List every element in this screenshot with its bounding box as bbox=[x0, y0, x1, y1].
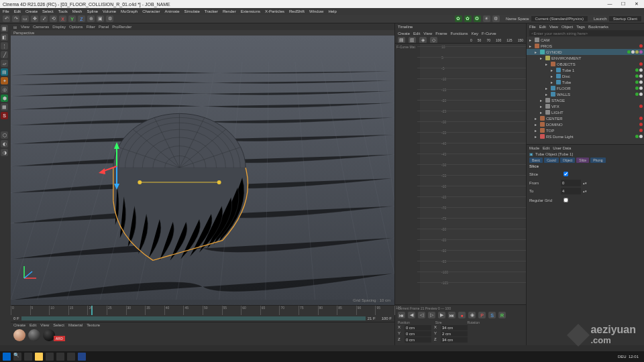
menu-create[interactable]: Create bbox=[25, 9, 38, 13]
expand-icon[interactable]: ▸ bbox=[535, 116, 539, 121]
fcmenu-frame[interactable]: Frame bbox=[435, 32, 447, 36]
redo-button[interactable]: ↷ bbox=[12, 15, 19, 22]
search-icon[interactable]: 🔍 bbox=[13, 353, 21, 361]
regular-grid-checkbox[interactable] bbox=[564, 198, 568, 202]
size-x[interactable] bbox=[441, 325, 468, 330]
pos-x[interactable] bbox=[405, 325, 431, 330]
timeline-ruler[interactable]: 0510152025303540455055606570758085909510… bbox=[11, 305, 394, 315]
rotate-tool[interactable]: ⟲ bbox=[50, 15, 57, 22]
objmenu-edit[interactable]: Edit bbox=[539, 25, 546, 29]
tag-dot[interactable] bbox=[639, 68, 643, 72]
attr-tab-phong[interactable]: Phong bbox=[590, 158, 605, 163]
tag-dot[interactable] bbox=[635, 74, 639, 78]
poly-mode[interactable]: ▱ bbox=[1, 60, 8, 67]
slice-checkbox[interactable] bbox=[564, 172, 568, 176]
viewport-canvas[interactable]: Grid Spacing : 10 cm bbox=[11, 36, 394, 305]
obj-row-stage[interactable]: ▸STAGE bbox=[527, 97, 644, 103]
x-lock[interactable]: X bbox=[59, 15, 66, 22]
fc-btn-3[interactable]: ◈ bbox=[419, 37, 427, 44]
expand-icon[interactable]: ▸ bbox=[551, 68, 555, 72]
vpmenu-options[interactable]: Options bbox=[69, 25, 83, 29]
axis-gizmo[interactable] bbox=[97, 119, 137, 193]
tag-dot[interactable] bbox=[639, 80, 643, 84]
render-view[interactable]: ▣ bbox=[97, 15, 104, 22]
material-1[interactable] bbox=[13, 329, 25, 341]
matmenu-create[interactable]: Create bbox=[13, 323, 25, 327]
tag-dot[interactable] bbox=[639, 129, 643, 132]
fcmenu-view[interactable]: View bbox=[423, 32, 432, 36]
xp-icon-3[interactable]: ❂ bbox=[474, 15, 481, 22]
vpmenu-view[interactable]: View bbox=[21, 25, 30, 29]
texture-mode[interactable]: ▤ bbox=[1, 68, 8, 76]
attrmenu-user data[interactable]: User Data bbox=[553, 146, 571, 150]
menu-volume[interactable]: Volume bbox=[103, 9, 116, 13]
matmenu-edit[interactable]: Edit bbox=[30, 323, 36, 327]
expand-icon[interactable]: ▸ bbox=[551, 74, 555, 78]
attr-tab-object[interactable]: Object bbox=[560, 158, 575, 163]
to-input[interactable] bbox=[561, 188, 581, 194]
play-back[interactable]: ◁ bbox=[418, 312, 425, 318]
objmenu-bookmarks[interactable]: Bookmarks bbox=[588, 25, 608, 29]
tag-dot[interactable] bbox=[635, 68, 639, 72]
menu-file[interactable]: File bbox=[3, 9, 9, 13]
expand-icon[interactable]: ▸ bbox=[529, 38, 533, 42]
startup-selector[interactable]: Startup Client bbox=[609, 16, 641, 21]
matmenu-view[interactable]: View bbox=[40, 323, 49, 327]
expand-icon[interactable]: ▸ bbox=[551, 80, 555, 84]
objmenu-object[interactable]: Object bbox=[561, 25, 573, 29]
chrome-icon[interactable] bbox=[46, 353, 54, 361]
attr-tab-slice[interactable]: Slice bbox=[576, 158, 589, 163]
obj-row-floor[interactable]: ▸FLOOR bbox=[527, 85, 644, 91]
pos-y[interactable] bbox=[405, 331, 431, 337]
scale-tool[interactable]: ⤢ bbox=[40, 15, 48, 22]
start-button[interactable] bbox=[3, 353, 11, 361]
objmenu-view[interactable]: View bbox=[549, 25, 558, 29]
expand-icon[interactable]: ▸ bbox=[545, 62, 549, 66]
workplane[interactable]: ▦ bbox=[1, 103, 8, 111]
obj-row-cam[interactable]: ▸CAM bbox=[527, 37, 644, 43]
obj-row-center[interactable]: ▸CENTER bbox=[527, 115, 644, 121]
object-search[interactable] bbox=[529, 30, 644, 36]
expand-icon[interactable]: ▸ bbox=[535, 50, 539, 54]
vpmenu-display[interactable]: Display bbox=[52, 25, 66, 29]
tag-dot[interactable] bbox=[639, 93, 643, 96]
attrmenu-edit[interactable]: Edit bbox=[543, 146, 549, 150]
fcmenu-create[interactable]: Create bbox=[398, 32, 410, 36]
expand-icon[interactable]: ▸ bbox=[535, 122, 539, 127]
tag-dot[interactable] bbox=[639, 44, 643, 48]
expand-icon[interactable]: ▸ bbox=[540, 56, 544, 60]
soft-select[interactable]: ◐ bbox=[1, 140, 8, 147]
obj-row-tube 1[interactable]: ▸Tube 1 bbox=[527, 67, 644, 73]
explorer-icon[interactable] bbox=[35, 353, 43, 361]
menu-window[interactable]: Window bbox=[309, 9, 323, 13]
tag-dot[interactable] bbox=[639, 86, 643, 90]
model-mode[interactable]: ◧ bbox=[1, 34, 8, 41]
tag-dot[interactable] bbox=[635, 86, 639, 90]
obj-row-environment[interactable]: ▸ENVIRONMENT bbox=[527, 55, 644, 61]
y-lock[interactable]: Y bbox=[68, 15, 76, 22]
step-fwd[interactable]: ▶ bbox=[438, 312, 445, 318]
menu-spline[interactable]: Spline bbox=[87, 9, 98, 13]
maximize-button[interactable]: ☐ bbox=[619, 1, 628, 7]
attrmenu-mode[interactable]: Mode bbox=[529, 146, 539, 150]
menu-mograph[interactable]: MoGraph bbox=[121, 9, 138, 13]
matmenu-texture[interactable]: Texture bbox=[87, 323, 100, 327]
key-r[interactable]: R bbox=[498, 312, 506, 318]
attr-tab-basic[interactable]: Basic bbox=[529, 158, 543, 163]
matmenu-material[interactable]: Material bbox=[68, 323, 83, 327]
obj-row-domino[interactable]: ▸DOMINO bbox=[527, 121, 644, 127]
vpmenu-prorender[interactable]: ProRender bbox=[112, 25, 131, 29]
tag-dot[interactable] bbox=[639, 135, 643, 138]
point-mode[interactable]: ⋮ bbox=[1, 42, 8, 50]
key-p[interactable]: P bbox=[478, 312, 486, 318]
tag-dot[interactable] bbox=[639, 50, 643, 54]
axis-mode[interactable]: ✦ bbox=[1, 77, 8, 84]
menu-character[interactable]: Character bbox=[142, 9, 160, 13]
expand-icon[interactable]: ▸ bbox=[545, 92, 549, 97]
objmenu-file[interactable]: File bbox=[529, 25, 536, 29]
expand-icon[interactable]: ▸ bbox=[540, 98, 544, 103]
obj-row-pros[interactable]: ▸PROS bbox=[527, 43, 644, 49]
fcurve-tab[interactable]: Timeline bbox=[398, 25, 413, 29]
edge-mode[interactable]: ╱ bbox=[1, 51, 8, 58]
gear-icon[interactable]: ⚙ bbox=[492, 15, 500, 22]
